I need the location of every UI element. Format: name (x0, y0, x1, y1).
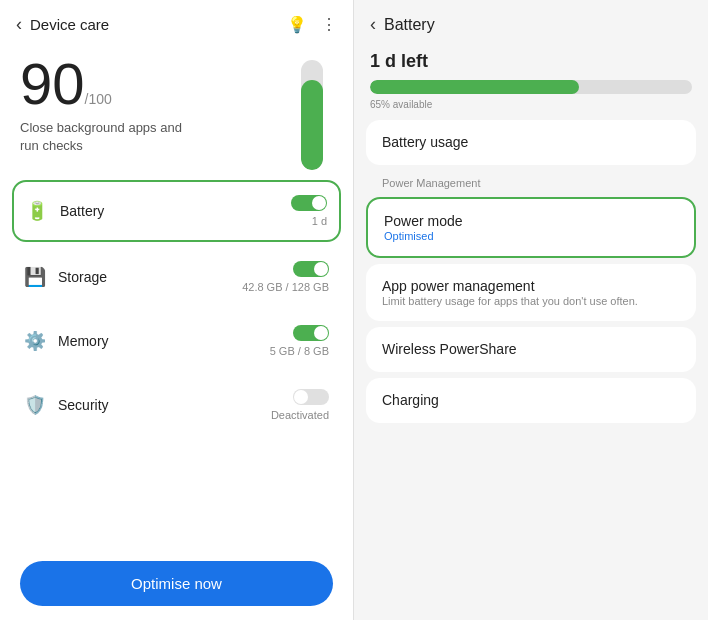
battery-icon: 🔋 (26, 200, 48, 222)
security-toggle[interactable] (293, 389, 329, 405)
care-item-battery-left: 🔋 Battery (26, 200, 104, 222)
right-header-title: Battery (384, 16, 435, 34)
storage-label: Storage (58, 269, 107, 285)
score-section: 90/100 Close background apps and run che… (0, 45, 353, 180)
left-header-icons: 💡 ⋮ (287, 15, 337, 34)
score-bar-fill (301, 80, 323, 170)
storage-toggle[interactable] (293, 261, 329, 277)
charging-item[interactable]: Charging (366, 378, 696, 423)
bulb-icon[interactable]: 💡 (287, 15, 307, 34)
security-value: Deactivated (271, 409, 329, 421)
right-header: ‹ Battery (354, 0, 708, 45)
memory-value: 5 GB / 8 GB (270, 345, 329, 357)
charging-title: Charging (382, 392, 680, 408)
memory-label: Memory (58, 333, 109, 349)
right-back-arrow-icon[interactable]: ‹ (370, 14, 376, 35)
care-item-memory-right: 5 GB / 8 GB (270, 325, 329, 357)
care-items-list: 🔋 Battery 1 d 💾 Storage 42.8 GB / 128 GB (0, 180, 353, 551)
score-number-area: 90/100 (20, 55, 301, 113)
memory-toggle-dot (314, 326, 328, 340)
power-mode-item[interactable]: Power mode Optimised (366, 197, 696, 258)
battery-toggle-dot (312, 196, 326, 210)
battery-value: 1 d (312, 215, 327, 227)
right-items-list: Battery usage Power Management Power mod… (354, 116, 708, 620)
back-arrow-icon[interactable]: ‹ (16, 14, 22, 35)
care-item-security-left: 🛡️ Security (24, 394, 109, 416)
care-item-memory[interactable]: ⚙️ Memory 5 GB / 8 GB (12, 312, 341, 370)
care-item-storage[interactable]: 💾 Storage 42.8 GB / 128 GB (12, 248, 341, 306)
security-icon: 🛡️ (24, 394, 46, 416)
wireless-powershare-title: Wireless PowerShare (382, 341, 680, 357)
care-item-storage-right: 42.8 GB / 128 GB (242, 261, 329, 293)
battery-label: Battery (60, 203, 104, 219)
score-denom: /100 (85, 91, 112, 107)
left-header: ‹ Device care 💡 ⋮ (0, 0, 353, 45)
more-icon[interactable]: ⋮ (321, 15, 337, 34)
care-item-memory-left: ⚙️ Memory (24, 330, 109, 352)
score-number: 90 (20, 51, 85, 116)
wireless-powershare-item[interactable]: Wireless PowerShare (366, 327, 696, 372)
power-mode-subtitle: Optimised (384, 230, 678, 242)
app-power-title: App power management (382, 278, 680, 294)
score-description: Close background apps and run checks (20, 119, 200, 155)
battery-available-text: 65% available (354, 96, 708, 116)
battery-toggle[interactable] (291, 195, 327, 211)
right-panel: ‹ Battery 1 d left 65% available Battery… (354, 0, 708, 620)
battery-bar-bg (370, 80, 692, 94)
score-vertical-bar (301, 60, 323, 170)
storage-toggle-dot (314, 262, 328, 276)
score-content: 90/100 Close background apps and run che… (20, 55, 301, 155)
memory-icon: ⚙️ (24, 330, 46, 352)
battery-usage-title: Battery usage (382, 134, 680, 150)
care-item-storage-left: 💾 Storage (24, 266, 107, 288)
battery-usage-item[interactable]: Battery usage (366, 120, 696, 165)
care-item-battery-right: 1 d (291, 195, 327, 227)
left-header-left: ‹ Device care (16, 14, 109, 35)
storage-value: 42.8 GB / 128 GB (242, 281, 329, 293)
security-label: Security (58, 397, 109, 413)
care-item-security-right: Deactivated (271, 389, 329, 421)
care-item-security[interactable]: 🛡️ Security Deactivated (12, 376, 341, 434)
battery-bar-container (354, 74, 708, 96)
care-item-battery[interactable]: 🔋 Battery 1 d (12, 180, 341, 242)
app-power-subtitle: Limit battery usage for apps that you do… (382, 295, 680, 307)
app-power-item[interactable]: App power management Limit battery usage… (366, 264, 696, 321)
memory-toggle[interactable] (293, 325, 329, 341)
battery-bar-fill (370, 80, 579, 94)
optimise-now-button[interactable]: Optimise now (20, 561, 333, 606)
battery-days-value: 1 d left (370, 51, 428, 71)
storage-icon: 💾 (24, 266, 46, 288)
power-management-section-label: Power Management (366, 171, 696, 191)
security-toggle-dot (294, 390, 308, 404)
battery-days-section: 1 d left (354, 45, 708, 74)
left-panel: ‹ Device care 💡 ⋮ 90/100 Close backgroun… (0, 0, 354, 620)
left-header-title: Device care (30, 16, 109, 33)
power-mode-title: Power mode (384, 213, 678, 229)
